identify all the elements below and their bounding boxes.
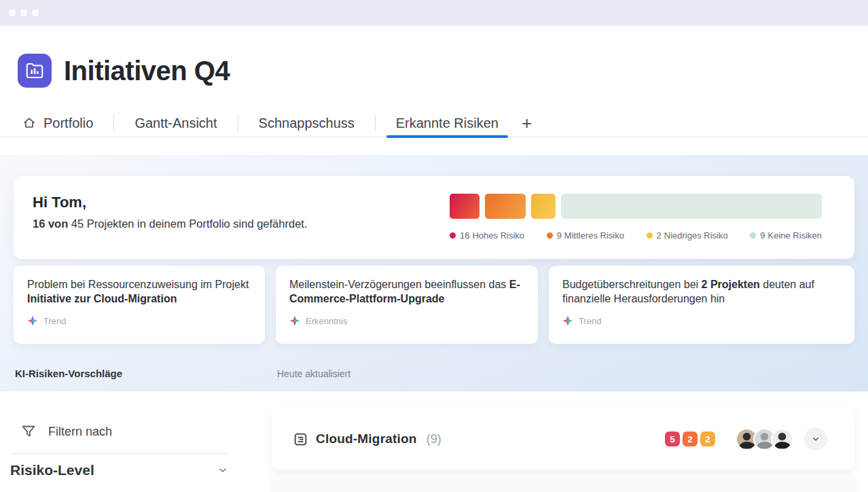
risk-segment-medium[interactable] bbox=[485, 194, 526, 219]
folder-chart-icon bbox=[18, 54, 52, 88]
ai-sparkle-icon bbox=[27, 315, 38, 326]
ai-sparkle-icon bbox=[289, 315, 300, 326]
group-title: Cloud-Migration bbox=[316, 432, 417, 446]
risk-list-area: Filtern nach Risiko-Level Cloud-Migratio… bbox=[0, 391, 868, 492]
tab-label: Erkannte Risiken bbox=[396, 116, 499, 131]
avatar bbox=[771, 428, 793, 451]
risk-segment-high[interactable] bbox=[450, 194, 480, 219]
next-group-card-partial[interactable] bbox=[272, 474, 854, 492]
legend-count: 2 bbox=[657, 230, 662, 241]
tab-separator bbox=[375, 115, 376, 131]
window-titlebar bbox=[0, 0, 868, 26]
insight-tag: Trend bbox=[562, 315, 841, 326]
legend-item-low: 2 Niedriges Risiko bbox=[647, 230, 728, 241]
section-title: KI-Risiken-Vorschläge bbox=[15, 368, 122, 379]
insight-text: Budgetüberschreitungen bei 2 Projekten d… bbox=[562, 277, 841, 306]
section-updated-label: Heute aktualisiert bbox=[277, 368, 350, 379]
group-count: (9) bbox=[427, 432, 441, 446]
legend-dot-high bbox=[450, 232, 456, 239]
window-control-dot[interactable] bbox=[9, 10, 16, 16]
legend-dot-none bbox=[750, 232, 756, 239]
tab-label: Gantt-Ansicht bbox=[134, 116, 217, 131]
filter-group-label: Risiko-Level bbox=[10, 462, 94, 478]
legend-count: 9 bbox=[760, 230, 765, 241]
filter-button[interactable]: Filtern nach bbox=[20, 423, 112, 440]
badge-low-risk[interactable]: 2 bbox=[700, 432, 715, 446]
legend-count: 16 bbox=[460, 230, 469, 241]
group-row-right: 5 2 2 bbox=[665, 427, 827, 451]
group-title-wrap: Cloud-Migration (9) bbox=[293, 432, 441, 446]
legend-label: Keine Risiken bbox=[768, 230, 822, 241]
greeting-block: Hi Tom, 16 von 45 Projekten in deinem Po… bbox=[33, 194, 308, 259]
group-row-cloud-migration[interactable]: Cloud-Migration (9) 5 2 2 bbox=[272, 408, 854, 470]
chevron-down-icon bbox=[810, 434, 821, 444]
tab-erkannte-risiken[interactable]: Erkannte Risiken bbox=[386, 109, 508, 137]
insight-card-resources[interactable]: Problem bei Ressourcenzuweisung im Proje… bbox=[14, 266, 265, 344]
tab-label: Portfolio bbox=[43, 116, 93, 131]
insight-tag-label: Trend bbox=[43, 316, 66, 326]
legend-label: Niedriges Risiko bbox=[664, 230, 728, 241]
insight-text: Problem bei Ressourcenzuweisung im Proje… bbox=[27, 277, 251, 306]
insight-tag: Erkenntnis bbox=[289, 315, 524, 326]
filter-divider bbox=[10, 453, 229, 454]
insight-cards: Problem bei Ressourcenzuweisung im Proje… bbox=[14, 266, 854, 344]
collapse-group-button[interactable] bbox=[804, 427, 827, 451]
badge-high-risk[interactable]: 5 bbox=[665, 432, 680, 446]
chevron-down-icon bbox=[217, 464, 229, 476]
window-control-dot[interactable] bbox=[32, 10, 39, 16]
insight-card-milestones[interactable]: Meilenstein-Verzögerungen beeinflussen d… bbox=[276, 266, 538, 344]
board-icon bbox=[293, 432, 308, 446]
insight-tag: Trend bbox=[27, 315, 251, 326]
filter-group-risk-level[interactable]: Risiko-Level bbox=[10, 462, 229, 478]
tab-portfolio[interactable]: Portfolio bbox=[22, 109, 103, 137]
risk-legend: 16 Hohes Risiko 9 Mittleres Risiko 2 Nie… bbox=[450, 230, 822, 241]
legend-item-high: 16 Hohes Risiko bbox=[450, 230, 524, 241]
legend-item-none: 9 Keine Risiken bbox=[750, 230, 822, 241]
legend-item-medium: 9 Mittleres Risiko bbox=[547, 230, 624, 241]
risk-overview-chart: 16 Hohes Risiko 9 Mittleres Risiko 2 Nie… bbox=[450, 194, 822, 259]
window-control-dot[interactable] bbox=[20, 10, 27, 16]
page-header: Initiativen Q4 Portfolio Gantt-Ansicht S… bbox=[0, 26, 868, 155]
filter-button-label: Filtern nach bbox=[48, 425, 112, 439]
legend-dot-low bbox=[647, 232, 653, 239]
add-tab-button[interactable]: + bbox=[518, 114, 536, 132]
tab-schnappschuss[interactable]: Schnappschuss bbox=[249, 109, 364, 137]
tab-separator bbox=[113, 115, 114, 131]
risk-distribution-bar bbox=[450, 194, 822, 219]
tab-label: Schnappschuss bbox=[259, 116, 355, 131]
tab-gantt-ansicht[interactable]: Gantt-Ansicht bbox=[125, 109, 226, 137]
legend-count: 9 bbox=[557, 230, 562, 241]
section-subheader: KI-Risiken-Vorschläge Heute aktualisiert bbox=[15, 368, 854, 380]
risk-count-badges: 5 2 2 bbox=[665, 432, 715, 446]
avatar-group[interactable] bbox=[736, 428, 793, 451]
funnel-icon bbox=[20, 423, 37, 440]
tab-bar: Portfolio Gantt-Ansicht Schnappschuss Er… bbox=[0, 109, 868, 137]
insight-tag-label: Trend bbox=[579, 316, 601, 326]
title-row: Initiativen Q4 bbox=[0, 26, 868, 88]
ai-sparkle-icon bbox=[562, 315, 573, 326]
insight-tag-label: Erkenntnis bbox=[306, 316, 347, 326]
legend-label: Mittleres Risiko bbox=[564, 230, 624, 241]
badge-medium-risk[interactable]: 2 bbox=[683, 432, 698, 446]
summary-card: Hi Tom, 16 von 45 Projekten in deinem Po… bbox=[14, 176, 854, 259]
home-icon bbox=[22, 116, 37, 130]
greeting-title: Hi Tom, bbox=[33, 194, 308, 211]
risk-segment-none[interactable] bbox=[561, 194, 822, 219]
page-title: Initiativen Q4 bbox=[64, 56, 230, 86]
risk-overview-section: Hi Tom, 16 von 45 Projekten in deinem Po… bbox=[0, 155, 868, 391]
tab-separator bbox=[238, 115, 238, 131]
legend-dot-medium bbox=[547, 232, 553, 239]
risk-segment-low[interactable] bbox=[531, 194, 556, 219]
greeting-summary: 16 von 45 Projekten in deinem Portfolio … bbox=[33, 217, 308, 230]
insight-text: Meilenstein-Verzögerungen beeinflussen d… bbox=[289, 277, 524, 306]
legend-label: Hohes Risiko bbox=[472, 230, 524, 241]
insight-card-budget[interactable]: Budgetüberschreitungen bei 2 Projekten d… bbox=[549, 266, 854, 344]
app-window: Initiativen Q4 Portfolio Gantt-Ansicht S… bbox=[0, 0, 868, 492]
